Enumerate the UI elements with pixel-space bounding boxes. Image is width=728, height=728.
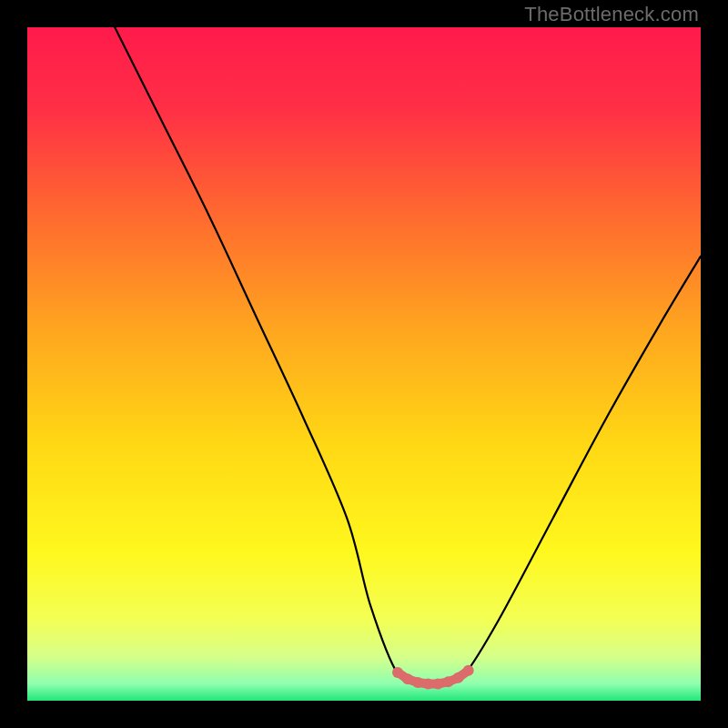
watermark-text: TheBottleneck.com bbox=[524, 3, 699, 26]
chart-svg bbox=[27, 27, 701, 701]
svg-point-7 bbox=[463, 665, 474, 676]
chart-frame bbox=[27, 27, 701, 701]
svg-point-2 bbox=[412, 677, 423, 688]
svg-point-4 bbox=[432, 679, 443, 690]
svg-point-5 bbox=[443, 676, 454, 687]
svg-point-6 bbox=[453, 672, 464, 683]
svg-point-1 bbox=[402, 673, 413, 684]
gradient-background bbox=[27, 27, 701, 701]
svg-point-3 bbox=[422, 679, 433, 690]
svg-point-0 bbox=[392, 667, 403, 678]
